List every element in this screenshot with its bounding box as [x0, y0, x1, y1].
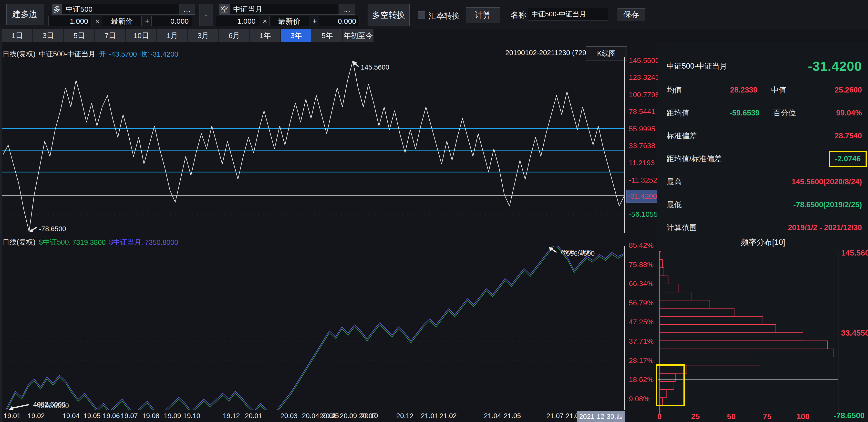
stats-header: 中证500-中证当月 -31.4200 — [658, 54, 868, 78]
date-19.02: 19.02 — [28, 412, 45, 420]
y-tick-78.5441: 78.5441 — [629, 107, 655, 116]
tab-6月[interactable]: 6月 — [219, 29, 250, 42]
stat-row-最高: 最高145.5600(2020/8/24) — [658, 170, 868, 193]
tab-1年[interactable]: 1年 — [250, 29, 281, 42]
stat-label: 最低 — [666, 200, 682, 210]
stat-value: 25.2600 — [835, 86, 862, 94]
long-tag: 多 — [52, 4, 62, 14]
svg-text:145.5600: 145.5600 — [361, 63, 389, 71]
stat-value: 145.5600(2020/8/24) — [792, 177, 862, 186]
stat-value: -78.6500(2019/2/25) — [793, 200, 862, 209]
series1-label: $中证500: — [39, 237, 71, 247]
pct-tick-37.71%: 37.71% — [629, 337, 654, 345]
hist-xtick-50: 50 — [727, 412, 736, 421]
date-19.07: 19.07 — [121, 412, 138, 420]
stat-row-最低: 最低-78.6500(2019/2/25) — [658, 193, 868, 216]
tab-年初至今[interactable]: 年初至今 — [343, 29, 374, 42]
stat-label: 最高 — [666, 177, 682, 187]
short-symbol-picker-icon[interactable]: ... — [339, 4, 355, 14]
date-21.01: 21.01 — [421, 412, 438, 420]
tab-10日[interactable]: 10日 — [126, 29, 157, 42]
long-symbol-picker-icon[interactable]: ... — [179, 4, 195, 14]
date-21.07: 21.07 — [547, 412, 564, 420]
long-symbol-input[interactable]: 中证500 — [62, 4, 179, 14]
tab-3日[interactable]: 3日 — [33, 29, 64, 42]
y-tick-100.7798: 100.7798 — [629, 91, 659, 99]
lower-chart-header: 日线(复权) $中证500: 7319.3800 $中证当月: 7350.800… — [2, 236, 626, 247]
open-value: -43.5700 — [109, 50, 137, 58]
tab-3月[interactable]: 3月 — [188, 29, 219, 42]
stat-value: 28.2339 — [730, 86, 757, 94]
spread-analysis-window: 建多边 多 中证500 ... 1.000 × 最新价 + 0.000 - 空 … — [0, 0, 868, 422]
tab-5年[interactable]: 5年 — [312, 29, 343, 42]
short-tag: 空 — [219, 4, 229, 14]
pct-tick-56.79%: 56.79% — [629, 299, 654, 307]
date-19.08: 19.08 — [142, 412, 159, 420]
pct-tick-85.42%: 85.42% — [629, 241, 654, 250]
svg-text:4082.6000: 4082.6000 — [33, 400, 65, 408]
spread-name-input[interactable]: 中证500-中证当月 — [528, 8, 608, 21]
date-20.04: 20.04 — [302, 412, 319, 420]
period-tabs: 1日3日5日7日10日1月3月6月1年3年5年年初至今 — [2, 29, 374, 42]
stat-label: 距均值/标准偏差 — [666, 154, 722, 164]
statistics-panel: 中证500-中证当月 -31.4200 均值28.2339中值25.2600距均… — [658, 42, 868, 234]
date-range-link[interactable]: 20190102-20211230 (729) — [505, 49, 589, 57]
date-20.03: 20.03 — [280, 412, 298, 420]
stat-row-均值: 均值28.2339中值25.2600 — [658, 78, 868, 101]
short-multiplier-input[interactable]: 1.000 — [216, 16, 259, 26]
save-button[interactable]: 保存 — [618, 8, 645, 21]
stat-value: -59.6539 — [730, 108, 760, 118]
long-price-field[interactable]: 最新价 — [102, 16, 142, 26]
stats-symbol: 中证500-中证当月 — [666, 61, 727, 71]
date-19.04: 19.04 — [62, 412, 80, 420]
build-long-spread-button[interactable]: 建多边 — [6, 4, 43, 25]
frequency-histogram[interactable] — [658, 250, 868, 422]
name-label: 名称 — [510, 10, 526, 21]
hist-xtick-75: 75 — [763, 412, 772, 421]
short-addend-input[interactable]: 0.000 — [319, 16, 360, 26]
tab-7日[interactable]: 7日 — [95, 29, 126, 42]
plus-operator: + — [311, 16, 318, 26]
date-21.02: 21.02 — [440, 412, 457, 420]
times-operator: × — [94, 16, 101, 26]
y-tick-11.2193: 11.2193 — [629, 159, 655, 167]
date-21.05: 21.05 — [504, 412, 521, 420]
date-19.05: 19.05 — [84, 412, 100, 420]
tab-1日[interactable]: 1日 — [2, 29, 33, 42]
stats-current-value: -31.4200 — [808, 59, 862, 74]
price-compare-chart[interactable]: 7696.46007606.70004036.60004082.6000 — [2, 246, 625, 410]
pct-tick-9.08%: 9.08% — [629, 395, 650, 403]
spread-line-chart[interactable]: 145.5600-78.6500 — [2, 57, 625, 233]
stat-value: 2019/1/2 - 2021/12/30 — [788, 223, 862, 232]
tab-5日[interactable]: 5日 — [64, 29, 95, 42]
fx-convert-checkbox[interactable] — [418, 11, 425, 19]
long-addend-input[interactable]: 0.000 — [151, 16, 192, 26]
date-19.01: 19.01 — [4, 412, 21, 420]
long-multiplier-input[interactable]: 1.000 — [48, 16, 92, 26]
tab-3年[interactable]: 3年 — [281, 29, 312, 42]
hist-xtick-100: 100 — [797, 412, 809, 421]
stat-label: 中值 — [771, 85, 786, 95]
y-tick-123.3243: 123.3243 — [629, 73, 659, 82]
tab-1月[interactable]: 1月 — [157, 29, 188, 42]
stat-label: 均值 — [666, 85, 682, 95]
hist-mid-value: 33.4550 — [841, 328, 868, 337]
times-operator: × — [261, 16, 269, 26]
stat-row-标准偏差: 标准偏差28.7540 — [658, 125, 868, 148]
calculate-button[interactable]: 计算 — [466, 7, 500, 23]
date-20.10: 20.10 — [361, 412, 378, 420]
fx-convert-label: 汇率转换 — [429, 11, 460, 22]
hist-xtick-0: 0 — [657, 412, 662, 421]
date-20.09: 20.09 — [340, 412, 357, 420]
date-20.01: 20.01 — [245, 412, 262, 420]
stat-value: -2.0746 — [829, 151, 867, 167]
pct-tick-18.62%: 18.62% — [629, 376, 654, 384]
date-19.12: 19.12 — [223, 412, 240, 420]
lower-chart-type: 日线(复权) — [2, 237, 35, 247]
y-tick--56.1055: -56.1055 — [629, 210, 658, 219]
short-price-field[interactable]: 最新价 — [270, 16, 309, 26]
current-date-tag: 2021-12-30,四 — [577, 411, 625, 422]
short-symbol-input[interactable]: 中证当月 — [229, 4, 339, 14]
close-value: -31.4200 — [150, 50, 179, 58]
swap-long-short-button[interactable]: 多空转换 — [368, 4, 410, 26]
